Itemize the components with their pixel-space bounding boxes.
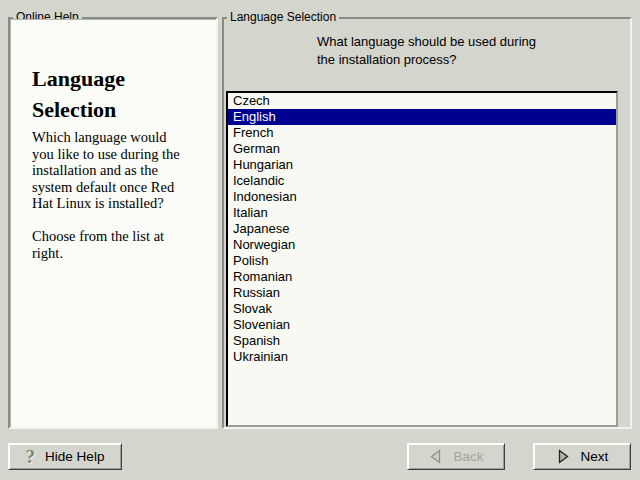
language-option[interactable]: Polish [228,253,616,269]
language-selection-panel: Language Selection What language should … [222,17,632,429]
language-selection-frame-label: Language Selection [227,10,339,24]
next-label: Next [581,449,609,464]
help-paragraph-2: Choose from the list at right. [32,228,164,261]
question-mark-icon: ? [26,447,36,466]
language-option[interactable]: Indonesian [228,189,616,205]
next-arrow-icon [556,449,571,464]
language-option[interactable]: Czech [228,93,616,109]
language-list[interactable]: CzechEnglishFrenchGermanHungarianIceland… [226,91,618,427]
back-button[interactable]: Back [407,443,505,470]
next-button[interactable]: Next [533,443,631,470]
language-option[interactable]: Japanese [228,221,616,237]
language-option[interactable]: Norwegian [228,237,616,253]
language-option[interactable]: Ukrainian [228,349,616,365]
language-option[interactable]: French [228,125,616,141]
online-help-panel: Online Help Language Selection Which lan… [8,17,218,429]
language-option[interactable]: Romanian [228,269,616,285]
back-arrow-icon [428,449,443,464]
language-option[interactable]: English [228,109,616,125]
language-option[interactable]: Slovak [228,301,616,317]
installer-window: Online Help Language Selection Which lan… [0,0,640,480]
hide-help-label: Hide Help [45,449,104,464]
language-option[interactable]: Russian [228,285,616,301]
language-option[interactable]: Spanish [228,333,616,349]
help-content-area: Language Selection Which language would … [10,19,216,427]
language-option[interactable]: German [228,141,616,157]
language-option[interactable]: Slovenian [228,317,616,333]
help-paragraph-1: Which language would you like to use dur… [32,129,180,212]
language-option[interactable]: Italian [228,205,616,221]
language-option[interactable]: Hungarian [228,157,616,173]
back-label: Back [453,449,483,464]
hide-help-button[interactable]: ? Hide Help [8,443,122,470]
help-title: Language Selection [32,63,125,125]
question-text: What language should be used during the … [317,33,536,69]
language-option[interactable]: Icelandic [228,173,616,189]
